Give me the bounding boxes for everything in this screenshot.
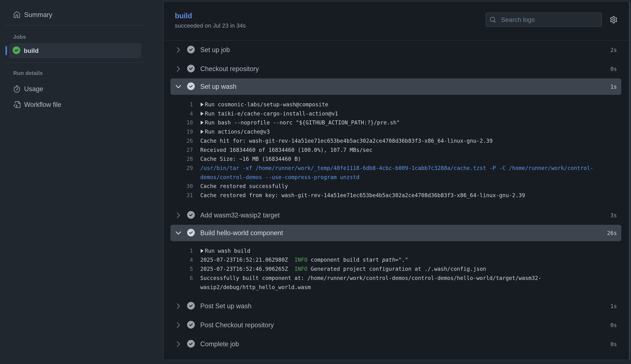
log-line-number: 6 bbox=[164, 274, 193, 283]
log-line-number: 1 bbox=[164, 100, 193, 109]
step-header-post-checkout-repository[interactable]: Post Checkout repository0s bbox=[164, 316, 629, 334]
log-line[interactable]: 28Cache Size: ~16 MB (16834460 B) bbox=[164, 154, 629, 164]
expand-group-icon[interactable] bbox=[200, 118, 205, 127]
sidebar-item-label: Usage bbox=[24, 85, 43, 93]
log-panel: build succeeded on Jul 23 in 34s Set up … bbox=[163, 1, 630, 360]
chevron-right-icon bbox=[175, 46, 182, 53]
step-duration: 26s bbox=[607, 230, 617, 236]
sidebar-item-label: Workflow file bbox=[24, 101, 61, 108]
step-title: Build hello-world component bbox=[200, 229, 283, 237]
sidebar: Summary Jobs build Run details Usage bbox=[0, 0, 163, 364]
step-header-build-hello-world-component[interactable]: Build hello-world component26s bbox=[170, 225, 621, 241]
search-logs-input[interactable] bbox=[501, 16, 587, 24]
job-status-line: succeeded on Jul 23 in 34s bbox=[175, 22, 246, 29]
job-success-icon bbox=[13, 46, 20, 55]
expand-group-icon[interactable] bbox=[200, 100, 205, 109]
step-title: Add wasm32-wasip2 target bbox=[200, 212, 280, 219]
selected-job-indicator bbox=[6, 46, 7, 55]
sidebar-divider bbox=[5, 62, 145, 62]
sidebar-divider bbox=[5, 25, 145, 26]
step-success-icon bbox=[187, 211, 195, 220]
step-header-set-up-wash[interactable]: Set up wash1s bbox=[170, 78, 621, 95]
home-icon bbox=[13, 11, 21, 18]
job-name: build bbox=[24, 47, 39, 54]
log-line-number: 1 bbox=[164, 246, 193, 256]
step-success-icon bbox=[187, 302, 195, 310]
step-title: Set up job bbox=[200, 46, 230, 54]
run-details-heading: Run details bbox=[13, 70, 43, 76]
step-header-post-set-up-wash[interactable]: Post Set up wash1s bbox=[164, 296, 629, 316]
log-line[interactable]: wasip2/debug/http_hello_world.wasm bbox=[164, 283, 629, 292]
expand-group-icon[interactable] bbox=[200, 246, 205, 256]
log-line[interactable]: 4Run taiki-e/cache-cargo-install-action@… bbox=[164, 109, 629, 118]
search-icon bbox=[490, 16, 496, 23]
gear-icon[interactable] bbox=[610, 16, 617, 24]
log-line-number: 29 bbox=[164, 164, 193, 173]
sidebar-item-summary[interactable]: Summary bbox=[9, 11, 52, 19]
log-line[interactable]: 6Successfully built component at: /home/… bbox=[164, 274, 629, 283]
job-title-link[interactable]: build bbox=[175, 11, 192, 20]
chevron-right-icon bbox=[175, 322, 182, 328]
jobs-heading: Jobs bbox=[13, 34, 26, 40]
steps-list: Set up job2sCheckout repository0sSet up … bbox=[164, 40, 629, 354]
step-duration: 0s bbox=[610, 341, 617, 347]
expand-group-icon[interactable] bbox=[200, 127, 205, 136]
log-line-number: 27 bbox=[164, 146, 193, 155]
step-header-set-up-job[interactable]: Set up job2s bbox=[164, 40, 629, 60]
log-line-number: 26 bbox=[164, 136, 193, 146]
search-logs-box bbox=[486, 12, 602, 27]
log-line[interactable]: 27Received 16834460 of 16834460 (100.0%)… bbox=[164, 146, 629, 155]
log-line[interactable]: 19Run actions/cache@v3 bbox=[164, 127, 629, 136]
chevron-down-icon bbox=[175, 230, 182, 236]
step-log-output: 1Run cosmonic-labs/setup-wash@composite4… bbox=[164, 95, 629, 206]
log-line[interactable]: 1Run cosmonic-labs/setup-wash@composite bbox=[164, 100, 629, 109]
step-duration: 2s bbox=[610, 47, 617, 53]
step-duration: 0s bbox=[610, 66, 617, 72]
log-line[interactable]: demos/control-demos --use-compress-progr… bbox=[164, 173, 629, 182]
sidebar-item-label: Summary bbox=[24, 11, 52, 19]
step-success-icon bbox=[187, 229, 195, 237]
log-line-number: 4 bbox=[164, 256, 193, 264]
log-line-number: 31 bbox=[164, 191, 193, 200]
chevron-down-icon bbox=[175, 83, 182, 90]
expand-group-icon[interactable] bbox=[200, 109, 205, 118]
file-code-icon bbox=[13, 101, 21, 108]
sidebar-item-workflow-file[interactable]: Workflow file bbox=[9, 101, 61, 108]
step-title: Checkout repository bbox=[200, 65, 259, 73]
chevron-right-icon bbox=[175, 212, 182, 218]
step-title: Post Set up wash bbox=[200, 302, 251, 310]
sidebar-item-usage[interactable]: Usage bbox=[9, 85, 43, 93]
log-line[interactable]: 52025-07-23T16:52:46.906265Z INFO Genera… bbox=[164, 264, 629, 274]
step-success-icon bbox=[187, 65, 195, 73]
log-line-number: 30 bbox=[164, 182, 193, 191]
step-title: Complete job bbox=[200, 340, 239, 348]
step-header-add-wasm32-wasip2-target[interactable]: Add wasm32-wasip2 target3s bbox=[164, 206, 629, 225]
log-line[interactable]: 30Cache restored successfully bbox=[164, 182, 629, 191]
step-title: Post Checkout repository bbox=[200, 321, 274, 329]
chevron-right-icon bbox=[175, 341, 182, 347]
log-line-number: 5 bbox=[164, 264, 193, 274]
chevron-right-icon bbox=[175, 66, 182, 72]
step-log-output: 1Run wash build42025-07-23T16:52:21.0629… bbox=[164, 241, 629, 297]
log-line-number: 28 bbox=[164, 154, 193, 164]
step-success-icon bbox=[187, 46, 195, 54]
step-duration: 0s bbox=[610, 322, 617, 328]
log-line-number: 10 bbox=[164, 118, 193, 127]
log-line[interactable]: 1Run wash build bbox=[164, 246, 629, 256]
step-title: Set up wash bbox=[200, 83, 236, 90]
log-line[interactable]: 26Cache hit for: wash-git-rev-14a51ee71e… bbox=[164, 136, 629, 146]
chevron-right-icon bbox=[175, 303, 182, 309]
log-line[interactable]: 10Run bash --noprofile --norc "${GITHUB_… bbox=[164, 118, 629, 127]
step-header-checkout-repository[interactable]: Checkout repository0s bbox=[164, 60, 629, 78]
log-line[interactable]: 42025-07-23T16:52:21.062980Z INFO compon… bbox=[164, 256, 629, 264]
panel-header: build succeeded on Jul 23 in 34s bbox=[175, 11, 246, 29]
step-success-icon bbox=[187, 321, 195, 329]
log-line[interactable]: 31Cache restored from key: wash-git-rev-… bbox=[164, 191, 629, 200]
step-header-complete-job[interactable]: Complete job0s bbox=[164, 334, 629, 354]
log-line[interactable]: 29/usr/bin/tar -xf /home/runner/work/_te… bbox=[164, 164, 629, 173]
step-duration: 1s bbox=[610, 84, 617, 90]
step-success-icon bbox=[187, 340, 195, 348]
step-duration: 3s bbox=[610, 212, 617, 218]
sidebar-item-job-build[interactable]: build bbox=[9, 43, 141, 58]
step-duration: 1s bbox=[610, 303, 617, 309]
